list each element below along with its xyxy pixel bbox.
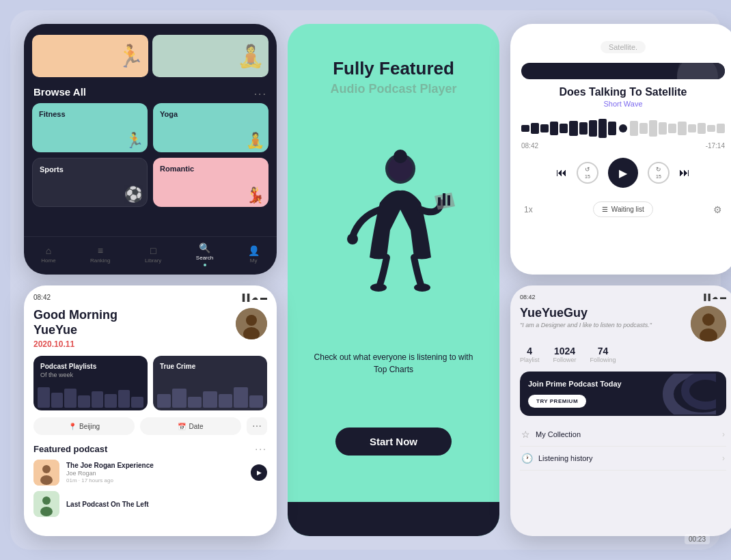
pline-8 bbox=[131, 397, 143, 408]
status-time: 08:42 bbox=[33, 294, 51, 301]
fast-forward-button[interactable]: ⏭ bbox=[679, 167, 690, 179]
wbar-11 bbox=[630, 121, 638, 136]
cat-yoga[interactable]: Yoga 🧘 bbox=[153, 103, 268, 152]
podcast-thumb-1 bbox=[33, 460, 59, 486]
time-start: 08:42 bbox=[521, 142, 538, 150]
waiting-list-button[interactable]: ☰ Waiting list bbox=[593, 201, 653, 217]
svg-rect-6 bbox=[438, 197, 441, 206]
ranking-icon: ≡ bbox=[98, 245, 103, 256]
skip-back-icon: ↺15 bbox=[585, 166, 590, 180]
cat-fitness[interactable]: Fitness 🏃 bbox=[32, 103, 148, 152]
svg-rect-7 bbox=[443, 193, 445, 206]
bottom-partial bbox=[288, 502, 499, 536]
podcast-art-1 bbox=[33, 460, 59, 486]
date-chip-label: Date bbox=[189, 423, 203, 430]
greeting-text: Good MorningYueYue bbox=[33, 308, 118, 337]
cat-fitness-icon: 🏃 bbox=[125, 132, 143, 150]
rewind-button[interactable]: ⏮ bbox=[556, 167, 567, 179]
satellite-badge: Satellite. bbox=[601, 41, 646, 53]
playlist-sub: Of the week bbox=[40, 372, 141, 378]
menu-item-collection[interactable]: ☆ My Collection › bbox=[520, 423, 726, 447]
nav-active-dot bbox=[204, 264, 206, 266]
wbar-12 bbox=[639, 123, 648, 134]
stat-follower: 1024 Follower bbox=[553, 346, 577, 363]
truecrime-waveform bbox=[153, 383, 267, 410]
wbar-9 bbox=[598, 119, 607, 138]
featured-title: Fully Featured bbox=[330, 58, 456, 79]
menu-item-history[interactable]: 🕐 Listening history › bbox=[520, 447, 726, 471]
stat-playlist: 4 Playlist bbox=[520, 346, 540, 363]
browse-title: Browse All bbox=[33, 86, 86, 98]
waveform-bars bbox=[521, 119, 725, 138]
stat-follower-num: 1024 bbox=[553, 346, 577, 356]
start-now-button[interactable]: Start Now bbox=[335, 428, 452, 456]
nav-my-label: My bbox=[250, 257, 258, 264]
playlist-card-1[interactable]: Podcast Playlists Of the week bbox=[33, 356, 148, 410]
playlist-cards: Podcast Playlists Of the week True Crime bbox=[33, 356, 267, 410]
swirl-svg bbox=[661, 374, 716, 415]
time-end: -17:14 bbox=[706, 142, 725, 150]
cat-sports-icon: ⚽ bbox=[124, 186, 143, 204]
browse-menu-dots[interactable]: ... bbox=[254, 85, 267, 98]
podcast-thumb-2 bbox=[33, 491, 59, 517]
wbar-17 bbox=[688, 124, 696, 132]
profile-bio: "I am a Designer and I like to listen to… bbox=[520, 322, 652, 328]
cat-fitness-label: Fitness bbox=[39, 110, 66, 118]
pline-7 bbox=[118, 390, 130, 408]
nav-home[interactable]: ⌂ Home bbox=[41, 245, 55, 264]
nav-ranking-label: Ranking bbox=[90, 257, 110, 264]
profile-time: 08:42 bbox=[520, 294, 536, 300]
cat-sports[interactable]: Sports ⚽ bbox=[32, 158, 148, 207]
timestamp: 00:23 bbox=[685, 534, 710, 544]
stat-following-num: 74 bbox=[590, 346, 616, 356]
premium-button[interactable]: TRY PREMIUM bbox=[528, 395, 586, 408]
date-chip[interactable]: 📅 Date bbox=[140, 417, 241, 435]
wbar-15 bbox=[668, 124, 676, 133]
info-chips-row: 📍 Beijing 📅 Date ⋯ bbox=[33, 417, 267, 435]
truecrime-card[interactable]: True Crime bbox=[153, 356, 267, 410]
history-icon: 🕐 bbox=[521, 453, 533, 464]
nav-my[interactable]: 👤 My bbox=[248, 245, 260, 264]
avatar-svg bbox=[236, 308, 267, 339]
tcline-2 bbox=[172, 389, 186, 408]
greeting-row: Good MorningYueYue 2020.10.11 bbox=[33, 308, 267, 349]
search-icon: 🔍 bbox=[199, 242, 210, 253]
featured-menu-dots[interactable]: ··· bbox=[255, 443, 267, 454]
profile-name: YueYueGuy bbox=[520, 306, 652, 320]
cat-romantic[interactable]: Romantic 💃 bbox=[153, 158, 268, 207]
podcast-play-1[interactable]: ▶ bbox=[251, 464, 267, 481]
premium-content: Join Prime Podcast Today TRY PREMIUM bbox=[528, 380, 622, 408]
skip-back-button[interactable]: ↺15 bbox=[577, 162, 598, 184]
speed-label[interactable]: 1x bbox=[524, 205, 533, 214]
premium-card: Join Prime Podcast Today TRY PREMIUM bbox=[520, 372, 726, 416]
play-icon: ▶ bbox=[619, 167, 627, 180]
playlist-label: Podcast Playlists bbox=[40, 363, 141, 370]
tcline-7 bbox=[249, 395, 263, 408]
phone-goodmorning: 08:42 ▐▐ ☁ ▬ Good MorningYueYue 2020.10.… bbox=[24, 285, 277, 536]
more-chips-button[interactable]: ⋯ bbox=[247, 417, 267, 435]
player-bg-circle2 bbox=[677, 63, 718, 79]
settings-icon[interactable]: ⚙ bbox=[713, 204, 722, 215]
waiting-list-label: Waiting list bbox=[611, 206, 644, 213]
wbar-3 bbox=[540, 124, 549, 132]
location-chip[interactable]: 📍 Beijing bbox=[33, 417, 135, 435]
profile-text-block: YueYueGuy "I am a Designer and I like to… bbox=[520, 306, 652, 328]
center-illustration bbox=[325, 141, 462, 305]
svg-point-16 bbox=[42, 496, 51, 505]
skip-forward-button[interactable]: ↻15 bbox=[648, 162, 670, 184]
playlist-waveform bbox=[33, 383, 148, 410]
svg-point-14 bbox=[40, 475, 53, 485]
play-button[interactable]: ▶ bbox=[608, 158, 638, 188]
category-grid: Fitness 🏃 Yoga 🧘 Sports ⚽ Romantic 💃 bbox=[24, 103, 277, 214]
nav-ranking[interactable]: ≡ Ranking bbox=[90, 245, 110, 264]
pline-6 bbox=[105, 394, 117, 408]
svg-point-10 bbox=[246, 315, 257, 326]
nav-library[interactable]: □ Library bbox=[145, 245, 161, 264]
wbar-4 bbox=[550, 122, 558, 135]
nav-search[interactable]: 🔍 Search bbox=[196, 242, 213, 266]
featured-heading: Fully Featured Audio Podcast Player bbox=[330, 58, 456, 96]
location-label: Beijing bbox=[79, 423, 100, 430]
wbar-19 bbox=[707, 125, 715, 132]
stat-follower-label: Follower bbox=[553, 356, 577, 363]
phone-player: Satellite. Does Talking To Satellite Sho… bbox=[510, 24, 731, 275]
